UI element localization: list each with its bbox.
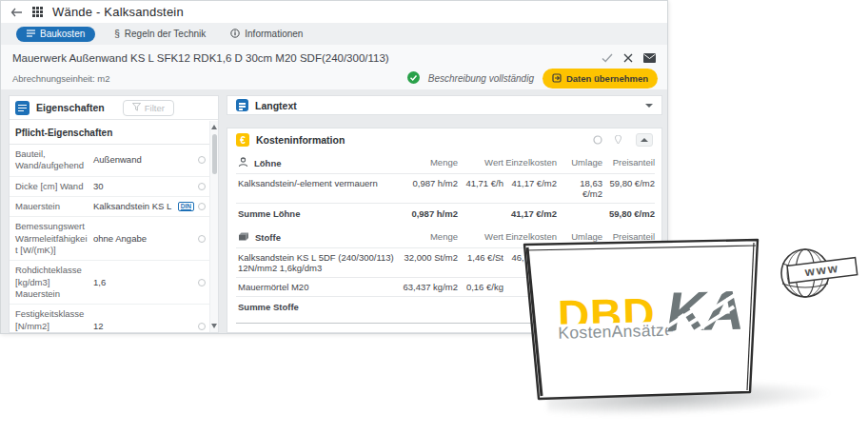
property-label: Bauteil, Wand/aufgehend [15, 148, 89, 172]
property-row[interactable]: Mauerstein Kalksandstein KS L DIN [10, 197, 209, 217]
tab-label: Regeln der Technik [125, 29, 206, 39]
property-row[interactable]: Bemessungswert Wärmeleitfähigkeit [W/(mK… [10, 217, 209, 261]
indicator-circle-icon[interactable] [198, 203, 206, 210]
column-header: Wert [458, 226, 503, 248]
loehne-section-header: Löhne Menge Wert Einzelkosten Umlage Pre… [236, 151, 655, 174]
brick-icon [238, 231, 249, 244]
kosteninformation-header: € Kosteninformation [236, 128, 653, 151]
tab-informationen[interactable]: Informationen [225, 27, 308, 42]
item-description: Mauerwerk Außenwand KS L SFK12 RDK1,6 D … [12, 52, 389, 64]
scrollbar[interactable] [209, 121, 218, 332]
close-icon[interactable] [623, 49, 633, 67]
property-value: Außenwand [89, 154, 198, 166]
table-row[interactable]: Kalksandstein/-element vermauern 0,987 h… [236, 174, 655, 204]
dbd-ka-logo: DBD KostenAnsätze KA [557, 288, 758, 343]
property-label: Festigkeitsklasse [N/mm2] Mauerstein [15, 308, 89, 332]
property-value: Kalksandstein KS L [89, 201, 178, 212]
langtext-title: Langtext [255, 100, 297, 111]
indicator-circle-icon[interactable] [198, 235, 206, 243]
tab-bar: Baukosten § Regeln der Technik Informati… [1, 23, 667, 45]
scroll-down-icon[interactable] [211, 324, 217, 328]
screenshot-canvas: Wände - Kalksandstein Baukosten § Regeln… [0, 0, 868, 434]
mail-icon[interactable] [643, 49, 656, 67]
properties-list: Pflicht-Eigenschaften Bauteil, Wand/aufg… [10, 121, 209, 332]
unit-label: Abrechnungseinheit: m2 [12, 73, 109, 84]
property-label: Mauerstein [15, 201, 89, 212]
eigenschaften-panel: Eigenschaften Filter Pflicht-Eigenschaft… [9, 95, 219, 333]
property-row[interactable]: Rohdichteklasse [kg/dm3] Mauerstein 1,6 [10, 261, 209, 305]
indicator-circle-icon[interactable] [198, 279, 206, 286]
column-header: Wert [458, 151, 503, 174]
kosteninformation-title: Kosteninformation [256, 134, 345, 146]
indicator-circle-icon[interactable] [198, 323, 206, 330]
daten-uebernehmen-button[interactable]: Daten übernehmen [542, 69, 658, 89]
worker-icon [238, 157, 248, 169]
pin-icon[interactable] [615, 135, 621, 145]
property-label: Dicke [cm] Wand [15, 181, 89, 192]
collapse-button[interactable] [636, 133, 653, 147]
indicator-circle-icon[interactable] [198, 183, 206, 190]
property-value: ohne Angabe [89, 233, 198, 245]
langtext-icon [236, 99, 248, 111]
scrollbar-thumb[interactable] [212, 134, 217, 174]
tab-regeln-der-technik[interactable]: § Regeln der Technik [108, 27, 211, 42]
properties-icon [15, 101, 30, 115]
langtext-panel[interactable]: Langtext [227, 95, 662, 115]
eigenschaften-header: Eigenschaften Filter [10, 96, 218, 120]
column-header: Einzelkosten [503, 151, 557, 174]
section-name: Stoffe [255, 232, 281, 243]
property-row[interactable]: Festigkeitsklasse [N/mm2] Mauerstein 12 [10, 305, 209, 332]
chevron-up-icon [641, 138, 648, 142]
column-header: Menge [401, 151, 458, 174]
din-badge: DIN [178, 202, 194, 211]
tab-label: Informationen [245, 29, 303, 39]
import-icon [552, 73, 562, 85]
property-value: 1,6 [89, 277, 198, 288]
column-header: Umlage [557, 151, 602, 174]
tab-label: Baukosten [40, 29, 85, 39]
filter-label: Filter [145, 103, 165, 113]
euro-icon: € [236, 133, 249, 147]
panel-title: Eigenschaften [36, 102, 105, 113]
item-header: Mauerwerk Außenwand KS L SFK12 RDK1,6 D … [1, 45, 667, 89]
tab-baukosten[interactable]: Baukosten [16, 27, 95, 42]
property-row[interactable]: Dicke [cm] Wand 30 [10, 177, 209, 197]
www-globe-illustration: www [777, 242, 860, 308]
check-icon[interactable] [602, 49, 613, 67]
funnel-icon [132, 103, 141, 113]
property-label: Bemessungswert Wärmeleitfähigkeit [W/(mK… [15, 221, 89, 256]
paragraph-icon: § [114, 30, 120, 39]
column-header: Preisanteil [602, 151, 655, 174]
section-name: Löhne [254, 158, 282, 168]
chevron-down-icon[interactable] [645, 104, 653, 108]
back-arrow-icon[interactable] [10, 8, 23, 17]
status-row: Beschreibung vollständig Daten übernehme… [407, 69, 658, 89]
list-icon [27, 30, 35, 39]
property-label: Rohdichteklasse [kg/dm3] Mauerstein [15, 265, 89, 300]
info-icon [230, 29, 240, 40]
property-value: 12 [89, 321, 198, 332]
check-circle-icon [407, 70, 420, 88]
action-button-label: Daten übernehmen [566, 73, 648, 84]
header-actions [602, 49, 656, 67]
titlebar: Wände - Kalksandstein [1, 1, 667, 23]
property-value: 30 [89, 181, 198, 192]
grid-icon[interactable] [32, 7, 43, 17]
filter-button[interactable]: Filter [123, 100, 174, 116]
column-header: Menge [401, 226, 458, 248]
scroll-up-icon[interactable] [211, 125, 217, 129]
section-title: Pflicht-Eigenschaften [10, 121, 209, 145]
status-badge: Beschreibung vollständig [428, 73, 534, 84]
page-title: Wände - Kalksandstein [52, 5, 184, 19]
info-circle-icon[interactable] [593, 135, 602, 145]
indicator-circle-icon[interactable] [198, 156, 206, 164]
property-row[interactable]: Bauteil, Wand/aufgehend Außenwand [10, 145, 209, 177]
